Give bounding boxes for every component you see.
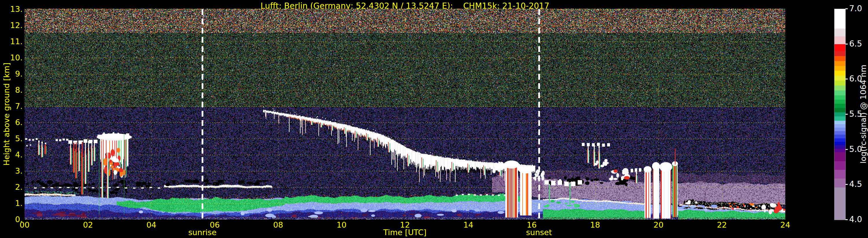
colorbar-segment bbox=[834, 108, 845, 112]
y-tick-label: 3. bbox=[0, 167, 23, 175]
colorbar-tick-label: 6.0 bbox=[849, 74, 868, 83]
colorbar-segment bbox=[834, 36, 845, 44]
x-tick-label: 16 bbox=[517, 220, 546, 229]
colorbar-tick-mark bbox=[845, 78, 848, 79]
x-tick-label: 04 bbox=[137, 220, 166, 229]
colorbar-segment bbox=[834, 100, 845, 104]
colorbar-segment bbox=[834, 188, 845, 220]
x-tick-label: 20 bbox=[644, 220, 673, 229]
y-axis-label: Height above ground [km] bbox=[2, 63, 11, 166]
colorbar-segment bbox=[834, 142, 845, 145]
colorbar-segment bbox=[834, 116, 845, 121]
colorbar-tick-label: 4.5 bbox=[849, 180, 868, 189]
ceilometer-quicklook: Lufft: Berlin (Germany; 52.4302 N / 13.5… bbox=[0, 0, 868, 238]
x-tick-label: 18 bbox=[581, 220, 610, 229]
colorbar-segment bbox=[834, 76, 845, 80]
colorbar-segment bbox=[834, 161, 845, 170]
y-tick-label: 4. bbox=[0, 151, 23, 159]
y-tick-label: 7. bbox=[0, 102, 23, 110]
y-tick-label: 11. bbox=[0, 38, 23, 46]
colorbar-segment bbox=[834, 145, 845, 149]
colorbar-segment bbox=[834, 124, 845, 128]
x-tick-label: 14 bbox=[454, 220, 483, 229]
colorbar-tick-mark bbox=[845, 184, 848, 185]
y-tick-label: 10. bbox=[0, 54, 23, 62]
colorbar-segment bbox=[834, 178, 845, 187]
colorbar-segment bbox=[834, 131, 845, 135]
colorbar-tick-label: 5.5 bbox=[849, 110, 868, 118]
colorbar-segment bbox=[834, 121, 845, 124]
x-tick-label: 10 bbox=[327, 220, 356, 229]
x-tick-label: 02 bbox=[73, 220, 102, 229]
colorbar-segment bbox=[834, 128, 845, 131]
colorbar-segment bbox=[834, 80, 845, 86]
ceilometer-heatmap-canvas bbox=[25, 9, 785, 219]
x-tick-label: 24 bbox=[771, 220, 800, 229]
colorbar-segment bbox=[834, 138, 845, 142]
x-tick-label: 08 bbox=[264, 220, 293, 229]
colorbar-tick-label: 6.5 bbox=[849, 40, 868, 48]
colorbar-tick-label: 4.0 bbox=[849, 215, 868, 224]
x-tick-label: 22 bbox=[708, 220, 736, 229]
colorbar-segment bbox=[834, 149, 845, 152]
colorbar-segment bbox=[834, 66, 845, 71]
colorbar-segment bbox=[834, 152, 845, 161]
x-tick-label: 00 bbox=[10, 220, 39, 229]
colorbar-segment bbox=[834, 9, 845, 29]
colorbar-segment bbox=[834, 86, 845, 91]
colorbar-segment bbox=[834, 135, 845, 138]
colorbar-tick-label: 7.0 bbox=[849, 4, 868, 13]
y-tick-label: 5. bbox=[0, 135, 23, 143]
colorbar-tick-mark bbox=[845, 219, 848, 220]
y-tick-label: 1. bbox=[0, 199, 23, 207]
colorbar-segment bbox=[834, 95, 845, 100]
x-tick-label: 06 bbox=[200, 220, 229, 229]
y-tick-label: 9. bbox=[0, 70, 23, 78]
colorbar-segment bbox=[834, 170, 845, 178]
colorbar-segment bbox=[834, 91, 845, 95]
colorbar-segment bbox=[834, 71, 845, 76]
y-tick-label: 12. bbox=[0, 21, 23, 30]
colorbar-segment bbox=[834, 29, 845, 36]
colorbar-segment bbox=[834, 112, 845, 117]
x-tick-label: 12 bbox=[391, 220, 420, 229]
colorbar-tick-mark bbox=[845, 44, 848, 44]
colorbar bbox=[834, 9, 846, 220]
colorbar-segment bbox=[834, 61, 845, 66]
colorbar-segment bbox=[834, 44, 845, 51]
colorbar-tick-mark bbox=[845, 8, 848, 9]
y-tick-label: 13. bbox=[0, 5, 23, 13]
y-tick-label: 2. bbox=[0, 183, 23, 191]
colorbar-segment bbox=[834, 51, 845, 56]
colorbar-segment bbox=[834, 56, 845, 61]
y-tick-label: 8. bbox=[0, 86, 23, 94]
colorbar-segment bbox=[834, 104, 845, 108]
colorbar-tick-mark bbox=[845, 114, 848, 115]
colorbar-tick-label: 5.0 bbox=[849, 145, 868, 154]
y-tick-label: 6. bbox=[0, 118, 23, 127]
colorbar-tick-mark bbox=[845, 149, 848, 150]
